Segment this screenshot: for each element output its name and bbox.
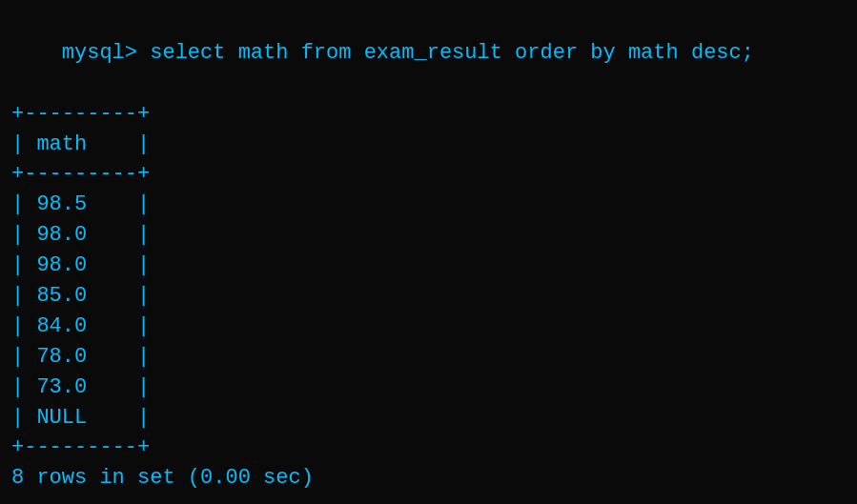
table-row: | 98.0 | [11, 251, 846, 281]
result-summary: 8 rows in set (0.00 sec) [11, 463, 846, 494]
table-header: | math | [11, 130, 846, 160]
table-row: | 84.0 | [11, 312, 846, 342]
table-row: | 78.0 | [11, 342, 846, 373]
table-row: | NULL | [11, 403, 846, 433]
table-border-top: +---------+ [11, 99, 846, 130]
table-row: | 85.0 | [11, 281, 846, 312]
table-row: | 73.0 | [11, 373, 846, 403]
prompt-symbol: mysql> [62, 41, 150, 65]
table-row: | 98.0 | [11, 220, 846, 251]
sql-command: select math from exam_result order by ma… [150, 41, 754, 65]
command-line: mysql> select math from exam_result orde… [11, 8, 846, 99]
table-border-mid: +---------+ [11, 159, 846, 190]
table-border-bot: +---------+ [11, 433, 846, 463]
terminal-window: mysql> select math from exam_result orde… [11, 8, 846, 496]
table-row: | 98.5 | [11, 190, 846, 220]
